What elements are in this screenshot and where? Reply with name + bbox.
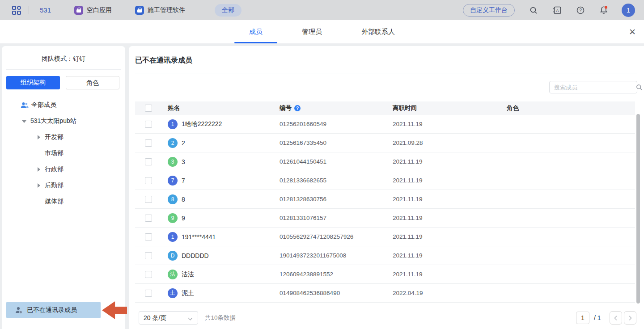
row-checkbox[interactable] [145,215,152,222]
caret-icon[interactable] [36,151,41,156]
tree-item[interactable]: 全部成员 [2,97,125,113]
member-id: 01281331076157 [280,215,393,221]
all-apps-pill[interactable]: 全部 [215,4,242,17]
row-checkbox[interactable] [145,252,152,259]
resigned-members-item[interactable]: 已不在通讯录成员 [6,302,101,318]
member-name: DDDDDD [182,252,209,259]
row-checkbox[interactable] [145,271,152,278]
page-size-value: 20 条/页 [144,314,166,321]
next-page-button[interactable] [624,311,636,325]
member-name: 2 [182,139,185,147]
caret-icon[interactable] [36,135,41,140]
user-avatar[interactable]: 1 [622,4,635,17]
member-id: 01281336682655 [280,177,393,184]
tree-item[interactable]: 媒体部 [2,194,125,210]
search-icon[interactable] [529,6,538,15]
svg-text:A: A [556,8,559,13]
people-icon [21,102,29,108]
search-icon[interactable] [636,84,643,91]
tab[interactable]: 管理员 [302,28,322,36]
search-input[interactable] [550,84,636,91]
table-row: 土 泥土 014908462536886490 2022.04.19 [135,284,635,303]
column-header-role: 角色 [507,104,635,112]
tree-item-label: 531大太阳pub站 [30,117,76,125]
tree-item-label: 全部成员 [31,101,56,109]
row-checkbox[interactable] [145,139,152,147]
leave-date: 2021.11.19 [393,121,507,127]
avatar: 1 [168,232,178,242]
avatar: 土 [168,288,178,298]
column-header-leave-date: 离职时间 [393,104,507,112]
table-row: D DDDDDD 19014937232011675008 2021.11.19 [135,246,635,265]
caret-icon[interactable] [36,183,41,188]
row-checkbox[interactable] [145,177,152,184]
notifications-bell-icon[interactable] [599,5,608,15]
app-icon [74,6,83,15]
row-checkbox[interactable] [145,158,152,165]
row-checkbox[interactable] [145,121,152,128]
member-id: 01256201660549 [280,121,393,127]
member-name: 9 [182,215,185,222]
select-all-checkbox[interactable] [145,105,152,112]
row-checkbox[interactable] [145,290,152,297]
row-checkbox[interactable] [145,196,152,203]
tab[interactable]: 外部联系人 [361,28,395,36]
tree-item-label: 开发部 [45,133,64,141]
table-row: 2 2 01256167335450 2021.09.28 [135,134,635,152]
table-scrollbar[interactable] [636,114,640,304]
tab[interactable]: 成员 [249,28,263,36]
chevron-down-icon [188,316,193,321]
leave-date: 2021.09.28 [393,139,507,146]
tree-item[interactable]: 后勤部 [2,177,125,194]
leave-date: 2022.04.19 [393,290,507,296]
close-icon[interactable]: ✕ [629,28,636,36]
page-number-input[interactable] [576,312,589,324]
member-name: 1哈哈2222222 [182,120,222,128]
member-name: 泥土 [182,289,194,297]
tree-item-label: 后勤部 [45,181,64,190]
prev-page-button[interactable] [610,311,622,325]
leave-date: 2021.11.19 [393,177,507,184]
member-name: 191****4441 [182,233,216,240]
app-tab[interactable]: 施工管理软件 [135,6,185,15]
tree-item[interactable]: 开发部 [2,129,125,145]
role-button[interactable]: 角色 [66,76,119,89]
app-grid-icon[interactable] [12,5,21,15]
row-checkbox[interactable] [145,233,152,240]
member-id: 0105562927471208257926 [280,233,393,240]
tree-item[interactable]: 市场部 [2,145,125,161]
app-icon [135,6,144,15]
contacts-icon[interactable]: A [552,6,562,15]
member-id: 1206094238891552 [280,271,393,278]
page-size-select[interactable]: 20 条/页 [139,311,198,325]
tabs: 成员 管理员 外部联系人 [249,28,395,36]
resigned-members-label: 已不在通讯录成员 [27,306,77,314]
app-tab[interactable]: 空白应用 [74,6,112,15]
avatar: 8 [168,194,178,204]
tree-item[interactable]: 行政部 [2,161,125,177]
table-header: 姓名 编号 ? 离职时间 角色 [135,101,635,115]
org-structure-button[interactable]: 组织架构 [6,76,60,89]
member-name: 8 [182,196,185,203]
table-row: 法 法法 1206094238891552 2021.11.19 [135,265,635,284]
caret-icon[interactable] [21,118,27,124]
tree-item[interactable]: 531大太阳pub站 [2,113,125,129]
member-id: 19014937232011675008 [280,252,393,259]
caret-icon[interactable] [36,199,41,204]
caret-icon[interactable] [36,167,41,172]
app-tab-label: 空白应用 [87,6,112,14]
tree-item-label: 市场部 [45,149,64,157]
help-question-icon[interactable]: ? [294,105,301,111]
modal-tabs-bar: 成员 管理员 外部联系人 ✕ [0,20,644,43]
avatar: 3 [168,157,178,167]
topbar-apps: 空白应用 施工管理软件 [51,6,185,15]
table-row: 3 3 01261044150451 2021.11.19 [135,152,635,171]
team-mode-label: 团队模式：钉钉 [2,46,125,63]
customize-workbench-button[interactable]: 自定义工作台 [463,4,515,17]
avatar: 1 [168,119,178,129]
member-search-box [549,81,637,93]
workspace-tab[interactable]: 531 [40,6,51,14]
column-header-id: 编号 ? [280,104,393,112]
help-icon[interactable]: ? [576,6,585,15]
leave-date: 2021.11.19 [393,271,507,278]
